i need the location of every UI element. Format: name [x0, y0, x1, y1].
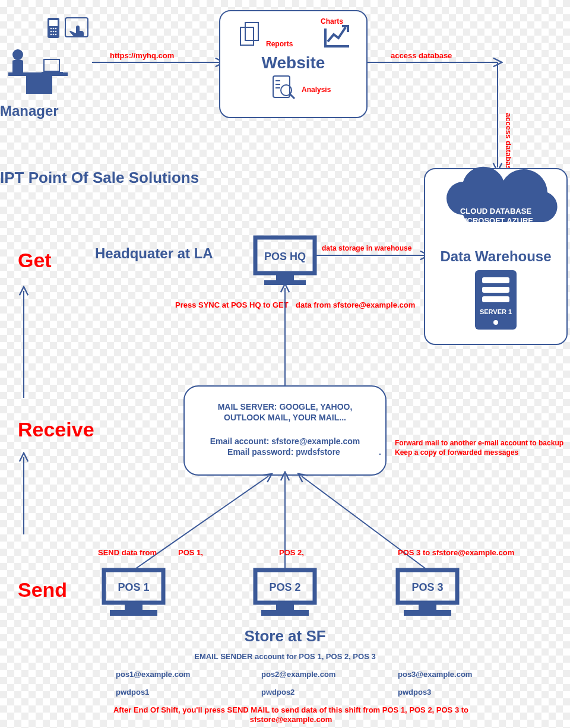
mail-password: Email password: pwdsfstore — [227, 447, 340, 457]
footer-pwd-3: pwdpos3 — [398, 688, 431, 697]
footer-header: EMAIL SENDER account for POS 1, POS 2, P… — [194, 652, 375, 661]
manager-url: https://myhq.com — [110, 51, 174, 60]
access-db-down: access database — [504, 113, 513, 174]
svg-point-7 — [55, 31, 57, 33]
svg-rect-30 — [276, 603, 294, 610]
cloud-line2: MICROSOFT AZURE — [458, 216, 533, 225]
svg-rect-19 — [276, 273, 294, 280]
sync-note-2: data from sfstore@example.com — [296, 300, 415, 309]
svg-rect-34 — [404, 610, 451, 616]
reports-label: Reports — [266, 40, 293, 48]
svg-point-6 — [53, 31, 55, 33]
svg-rect-31 — [261, 610, 309, 616]
svg-point-12 — [12, 49, 23, 60]
warehouse-label: Data Warehouse — [440, 248, 551, 264]
send-p3: POS 3 to sfstore@example.com — [398, 548, 514, 557]
manager-icon — [8, 18, 88, 94]
svg-point-25 — [493, 320, 498, 325]
svg-rect-33 — [419, 603, 436, 610]
footer-email-3: pos3@example.com — [398, 670, 472, 679]
svg-point-3 — [53, 28, 55, 30]
step-receive: Receive — [18, 418, 94, 441]
step-get: Get — [18, 249, 52, 271]
svg-point-10 — [55, 34, 57, 36]
send-p2: POS 2, — [279, 548, 304, 557]
svg-point-9 — [53, 34, 55, 36]
forward-2: Keep a copy of forwarded messages — [395, 448, 518, 457]
svg-point-2 — [50, 28, 52, 30]
cloud-line1: CLOUD DATABASE — [460, 207, 531, 216]
send-p1: POS 1, — [178, 548, 203, 557]
footer-note-1: After End Of Shift, you'll press SEND MA… — [113, 705, 468, 714]
store-label: Store at SF — [244, 627, 325, 645]
mail-line2: OUTLOOK MAIL, YOUR MAIL... — [224, 413, 346, 422]
svg-point-5 — [50, 31, 52, 33]
manager-label: Manager — [0, 103, 59, 119]
mail-account: Email account: sfstore@example.com — [210, 436, 360, 446]
pos1-label: POS 1 — [118, 581, 149, 593]
pos3-label: POS 3 — [411, 581, 443, 593]
svg-rect-22 — [482, 277, 509, 283]
footer-email-1: pos1@example.com — [116, 670, 190, 679]
charts-label: Charts — [321, 17, 343, 26]
mail-dot: . — [379, 447, 381, 457]
server-label: SERVER 1 — [480, 308, 512, 315]
step-send: Send — [18, 578, 67, 601]
storage-arrow-label: data storage in warehouse — [322, 244, 412, 252]
footer-pwd-2: pwdpos2 — [261, 688, 294, 697]
sync-note-1: Press SYNC at POS HQ to GET — [175, 300, 289, 309]
hq-label: Headquater at LA — [95, 245, 213, 261]
pos-hq-label: POS HQ — [264, 251, 306, 262]
svg-rect-14 — [26, 76, 52, 94]
website-label: Website — [262, 53, 325, 72]
pos2-label: POS 2 — [269, 581, 300, 593]
svg-rect-1 — [49, 20, 58, 26]
footer-pwd-1: pwdpos1 — [116, 688, 149, 697]
mail-line1: MAIL SERVER: GOOGLE, YAHOO, — [218, 402, 353, 412]
svg-point-4 — [55, 28, 57, 30]
footer-email-2: pos2@example.com — [261, 670, 335, 679]
page-title: IPT Point Of Sale Solutions — [0, 169, 199, 186]
mailserver-box — [184, 386, 386, 475]
access-db-right: access database — [391, 51, 452, 60]
server-icon — [475, 270, 517, 330]
diagram-canvas: Manager https://myhq.com Reports Charts … — [0, 0, 570, 728]
svg-rect-23 — [482, 287, 509, 293]
svg-rect-28 — [110, 610, 157, 616]
analysis-label: Analysis — [302, 86, 331, 94]
send-prefix: SEND data from — [98, 548, 157, 557]
svg-rect-20 — [264, 280, 306, 285]
svg-point-8 — [50, 34, 52, 36]
svg-rect-27 — [125, 603, 142, 610]
forward-1: Forward mail to another e-mail account t… — [395, 439, 563, 447]
footer-note-2: sfstore@example.com — [250, 715, 332, 724]
svg-rect-24 — [482, 296, 509, 302]
